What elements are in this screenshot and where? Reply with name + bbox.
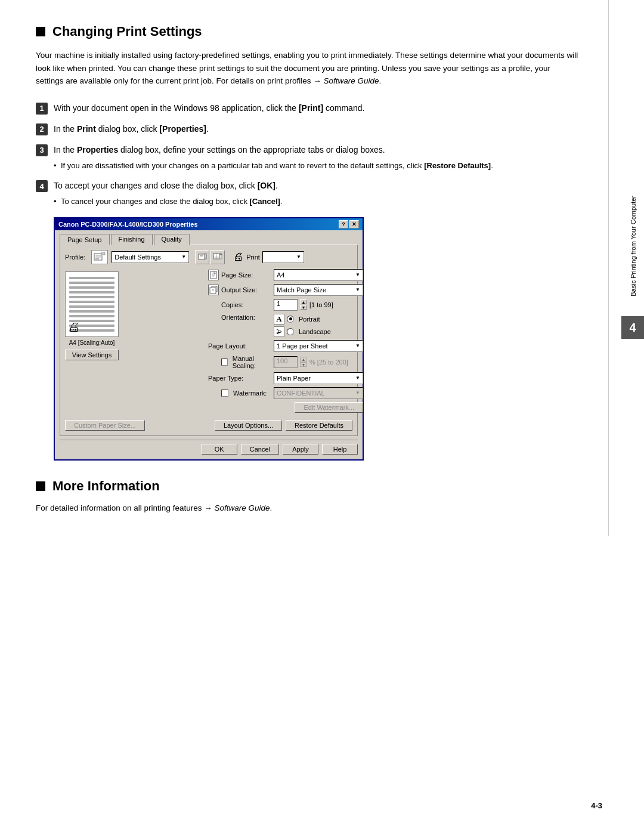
toolbar-icon-1[interactable] (195, 250, 209, 264)
section-heading: Changing Print Settings (36, 24, 578, 39)
paper-type-arrow-icon: ▼ (355, 375, 360, 381)
cancel-btn[interactable]: Cancel (241, 444, 279, 455)
step-1: 1 With your document open in the Windows… (36, 102, 578, 115)
restore-defaults-btn[interactable]: Restore Defaults (286, 420, 352, 431)
output-size-select[interactable]: Match Page Size ▼ (274, 284, 363, 296)
page-layout-arrow-icon: ▼ (355, 343, 360, 348)
landscape-radio[interactable] (287, 328, 294, 335)
custom-paper-size-btn[interactable]: Custom Paper Size... (65, 420, 145, 431)
help-btn[interactable]: Help (322, 444, 358, 455)
profile-label: Profile: (65, 254, 85, 261)
profile-select[interactable]: Default Settings ▼ (112, 251, 189, 263)
watermark-checkbox[interactable] (221, 390, 228, 397)
more-info-italic: Software Guide (214, 503, 270, 512)
svg-rect-10 (219, 255, 222, 259)
page-size-row: Page Size: A4 ▼ (208, 269, 363, 281)
copies-input[interactable]: 1 (274, 299, 298, 311)
right-sidebar: Basic Printing from Your Computer 4 (608, 0, 644, 536)
manual-scaling-label: Manual Scaling: (233, 355, 274, 369)
output-size-row: Output Size: Match Page Size ▼ (208, 284, 363, 296)
print-arrow-icon: ▼ (296, 254, 301, 259)
portrait-label: Portrait (299, 316, 320, 323)
scaling-up-icon: ▲ (300, 357, 307, 362)
page-layout-select[interactable]: 1 Page per Sheet ▼ (274, 340, 363, 352)
paper-type-value: Plain Paper (277, 375, 311, 382)
page-size-select[interactable]: A4 ▼ (274, 269, 363, 281)
dialog-screenshot: Canon PC-D300/FAX-L400/ICD300 Properties… (54, 217, 364, 461)
copies-down-icon[interactable]: ▼ (300, 305, 307, 310)
dialog-titlebar-buttons[interactable]: ? ✕ (339, 220, 359, 228)
watermark-select[interactable]: CONFIDENTIAL ▼ (274, 387, 363, 399)
edit-watermark-row: Edit Watermark... (208, 402, 363, 413)
more-info-title: More Information (52, 478, 160, 494)
paper-type-row: Paper Type: Plain Paper ▼ (208, 372, 363, 384)
layout-options-btn[interactable]: Layout Options... (215, 420, 282, 431)
page-layout-label: Page Layout: (208, 342, 274, 350)
step-2-text: In the Print dialog box, click [Properti… (54, 123, 578, 135)
page-title: Changing Print Settings (52, 24, 202, 39)
apply-btn[interactable]: Apply (283, 444, 318, 455)
preview-label: A4 [Scaling:Auto] (65, 339, 119, 346)
output-size-label: Output Size: (221, 286, 258, 293)
dialog-titlebar: Canon PC-D300/FAX-L400/ICD300 Properties… (55, 218, 363, 230)
preview-line (69, 282, 114, 284)
landscape-label: Landscape (299, 328, 331, 335)
tab-finishing[interactable]: Finishing (111, 234, 153, 245)
view-settings-button[interactable]: View Settings (65, 350, 119, 360)
portrait-radio-dot (289, 317, 292, 320)
step-3: 3 In the Properties dialog box, define y… (36, 144, 578, 172)
preview-line (69, 296, 114, 298)
profile-icon (91, 250, 108, 264)
dialog-tabs[interactable]: Page Setup Finishing Quality (60, 234, 358, 245)
copies-up-icon[interactable]: ▲ (300, 299, 307, 304)
landscape-letter: A (274, 326, 284, 337)
step-2-number: 2 (36, 123, 48, 135)
output-size-icon (208, 285, 219, 295)
toolbar-icon-2[interactable] (210, 250, 225, 264)
page-layout-value: 1 Page per Sheet (277, 342, 328, 350)
portrait-radio[interactable] (287, 316, 294, 323)
svg-rect-1 (95, 255, 101, 256)
orientation-group: A Portrait A Landscape (274, 314, 331, 337)
profile-value: Default Settings (114, 254, 161, 261)
svg-rect-7 (200, 257, 203, 257)
dialog-body: Page Setup Finishing Quality Profile: (55, 230, 363, 459)
chapter-number-tab: 4 (621, 316, 644, 339)
tab-quality[interactable]: Quality (154, 234, 190, 245)
output-size-arrow-icon: ▼ (355, 287, 360, 292)
page-number: 4-3 (591, 801, 602, 810)
profile-row: Profile: Default Settings (65, 250, 352, 264)
tab-page-setup[interactable]: Page Setup (60, 234, 110, 245)
svg-rect-6 (200, 255, 203, 256)
preview-line (69, 305, 114, 308)
step-4-text: To accept your changes and close the dia… (54, 180, 578, 208)
paper-type-select[interactable]: Plain Paper ▼ (274, 372, 363, 384)
more-info-heading: More Information (36, 478, 578, 494)
manual-scaling-checkbox[interactable] (221, 359, 228, 366)
print-select[interactable]: ▼ (262, 251, 304, 263)
preview-area: 🖨 A4 [Scaling:Auto] View Settings (65, 271, 119, 413)
dialog-help-btn[interactable]: ? (339, 220, 348, 228)
copies-spinner[interactable]: ▲ ▼ (300, 299, 307, 310)
profile-arrow-icon: ▼ (181, 254, 186, 259)
sidebar-text: Basic Printing from Your Computer (623, 191, 644, 301)
print-label: Print (246, 254, 260, 261)
svg-rect-11 (220, 254, 222, 255)
watermark-arrow-icon: ▼ (355, 390, 360, 396)
edit-watermark-btn[interactable]: Edit Watermark... (295, 402, 363, 413)
dialog-title: Canon PC-D300/FAX-L400/ICD300 Properties (58, 221, 198, 228)
view-settings-btn[interactable]: View Settings (65, 350, 119, 360)
ok-btn[interactable]: OK (202, 444, 237, 455)
scaling-input[interactable]: 100 (274, 356, 298, 368)
print-control: 🖨 Print ▼ (233, 251, 304, 263)
step-3-text: In the Properties dialog box, define you… (54, 144, 578, 172)
landscape-row: A Landscape (274, 326, 331, 337)
intro-paragraph: Your machine is initially installed usin… (36, 49, 578, 88)
preview-line (69, 291, 114, 293)
page-size-label: Page Size: (221, 271, 253, 279)
dialog-footer-buttons: Custom Paper Size... Layout Options... R… (65, 418, 352, 431)
settings-area: Page Size: A4 ▼ (208, 269, 363, 413)
watermark-row: Watermark: CONFIDENTIAL ▼ (208, 387, 363, 399)
page-size-value: A4 (277, 271, 284, 279)
dialog-close-btn[interactable]: ✕ (349, 220, 359, 228)
